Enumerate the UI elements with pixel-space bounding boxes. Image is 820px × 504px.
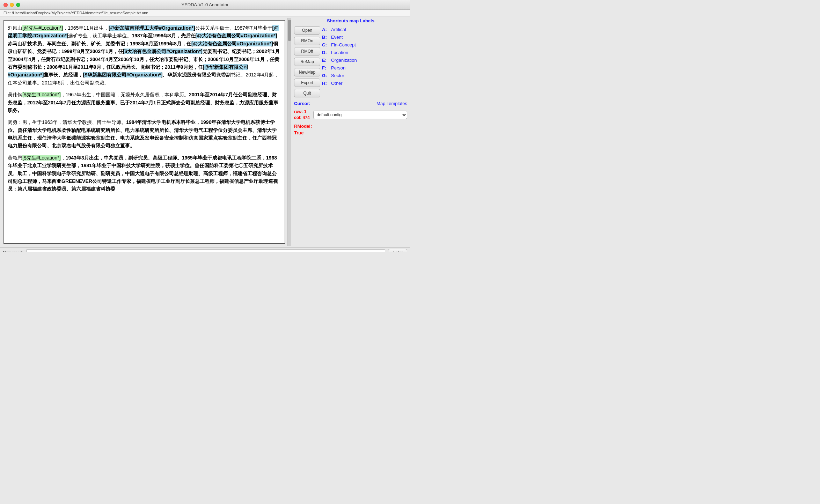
enter-button[interactable]: Enter (388, 249, 407, 252)
right-content-row: Open RMOn RMOff ReMap NewMap Export Quit… (294, 26, 407, 97)
minimize-button[interactable] (10, 3, 14, 7)
rmodel-row: RModel: (294, 124, 407, 129)
annotation-org-7: [$华新集团有限公司#Organization*] (83, 72, 162, 77)
shortcut-key-d: D: (322, 50, 329, 55)
row-col-info: row: 1 col: 474 default.config (294, 109, 407, 121)
shortcut-label-a: Artifical (331, 27, 346, 32)
shortcut-item-d: D: Location (322, 49, 407, 56)
shortcut-key-c: C: (322, 42, 329, 47)
shortcut-list: A: Artifical B: Event C: Fin-Concept D: … (322, 26, 407, 87)
map-templates-label: Map Templates (376, 101, 407, 106)
shortcut-label-h: Other (331, 81, 343, 86)
shortcut-key-h: H: (322, 81, 329, 86)
shortcut-label-d: Location (331, 50, 348, 55)
shortcut-label-c: Fin-Concept (331, 42, 356, 47)
rmoff-button[interactable]: RMOff (294, 47, 320, 55)
command-label: Command: (3, 250, 23, 252)
annotation-location-1: [@先生#Location*] (22, 25, 63, 31)
shortcut-item-g: G: Sector (322, 72, 407, 79)
annotation-org-4: [@大冶有色金属公司#Organization*] (191, 41, 273, 46)
quit-button[interactable]: Quit (294, 89, 320, 97)
rmon-button[interactable]: RMOn (294, 37, 320, 45)
traffic-lights[interactable] (3, 3, 20, 7)
row-col-text: row: 1 col: 474 (294, 109, 310, 121)
shortcut-item-f: F: Person (322, 65, 407, 71)
annotation-org-1: [@新加坡南洋理工大学#Organization*] (109, 25, 195, 31)
text-area-wrapper: 刘凤山[@先生#Location*]，1965年11月出生，[@新加坡南洋理工大… (2, 18, 291, 246)
shortcut-item-b: B: Event (322, 34, 407, 40)
shortcut-item-c: C: Fin-Concept (322, 42, 407, 48)
scrollbar[interactable] (287, 18, 291, 246)
shortcuts-title: Shortcuts map Labels (294, 18, 407, 23)
annotation-location-2: [$先生#Location*] (22, 92, 61, 97)
filepath-text: File: /Users/liuxiao/Dropbox/MyProjects/… (3, 11, 148, 15)
main-container: 刘凤山[@先生#Location*]，1965年11月出生，[@新加坡南洋理工大… (0, 16, 410, 247)
filepath-bar: File: /Users/liuxiao/Dropbox/MyProjects/… (0, 10, 410, 16)
shortcut-label-f: Person (331, 65, 345, 71)
open-button[interactable]: Open (294, 26, 320, 35)
left-buttons: Open RMOn RMOff ReMap NewMap Export Quit (294, 26, 322, 97)
shortcut-label-e: Organization (331, 58, 357, 63)
window-title: YEDDA-V1.0 Annotator (181, 2, 228, 7)
annotation-org-5: [$大冶有色金属公司#Organization*] (123, 49, 203, 54)
text-content: 刘凤山[@先生#Location*]，1965年11月出生，[@新加坡南洋理工大… (8, 24, 281, 193)
shortcut-item-e: E: Organization (322, 57, 407, 64)
annotation-org-3: [@大冶有色金属公司#Organization*] (196, 33, 277, 38)
cursor-label: Cursor: (294, 101, 310, 106)
command-input[interactable] (26, 249, 386, 252)
cursor-map-row: Cursor: Map Templates (294, 101, 407, 106)
rmodel-value-row: True (294, 130, 407, 135)
maximize-button[interactable] (16, 3, 20, 7)
row-info: row: 1 (294, 109, 310, 115)
col-info: col: 474 (294, 115, 310, 121)
config-select[interactable]: default.config (313, 111, 407, 119)
command-bar: Command: Enter (0, 247, 410, 252)
shortcut-item-a: A: Artifical (322, 26, 407, 33)
shortcut-key-a: A: (322, 27, 329, 32)
shortcut-key-e: E: (322, 58, 329, 63)
export-button[interactable]: Export (294, 79, 320, 87)
shortcut-key-f: F: (322, 65, 329, 71)
close-button[interactable] (3, 3, 8, 7)
title-bar: YEDDA-V1.0 Annotator (0, 0, 410, 10)
rmodel-label: RModel: (294, 124, 312, 129)
shortcut-item-h: H: Other (322, 80, 407, 87)
remap-button[interactable]: ReMap (294, 58, 320, 66)
annotation-location-3: [$先生#Location*] (22, 155, 61, 161)
rmodel-value: True (294, 130, 303, 135)
scroll-thumb[interactable] (288, 20, 291, 41)
newmap-button[interactable]: NewMap (294, 68, 320, 76)
shortcut-label-g: Sector (331, 73, 344, 78)
shortcut-key-g: G: (322, 73, 329, 78)
shortcut-key-b: B: (322, 35, 329, 40)
right-panel: Shortcuts map Labels Open RMOn RMOff ReM… (291, 16, 410, 247)
shortcut-label-b: Event (331, 35, 343, 40)
text-editor[interactable]: 刘凤山[@先生#Location*]，1965年11月出生，[@新加坡南洋理工大… (3, 20, 285, 244)
